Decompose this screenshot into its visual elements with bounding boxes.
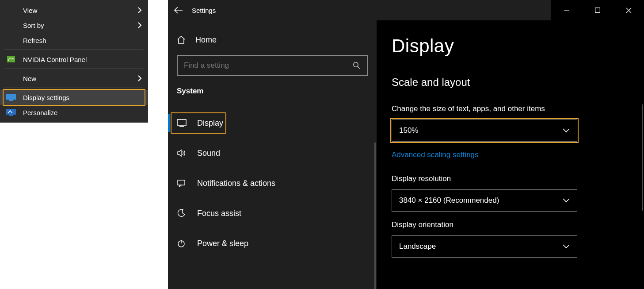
settings-sidebar: Home System Display — [168, 20, 377, 289]
minimize-button[interactable] — [551, 0, 582, 20]
svg-rect-6 — [595, 8, 600, 13]
settings-content: Display Scale and layout Change the size… — [377, 20, 644, 289]
content-scrollbar[interactable] — [642, 104, 643, 211]
ctx-item-label: Refresh — [23, 37, 46, 44]
titlebar: Settings — [168, 0, 644, 20]
ctx-item-refresh[interactable]: Refresh — [0, 33, 148, 48]
sidebar-section-label: System — [168, 87, 377, 103]
sidebar-item-label: Notifications & actions — [197, 179, 275, 188]
svg-line-8 — [358, 66, 360, 69]
sidebar-item-display[interactable]: Display — [168, 111, 377, 135]
resolution-label: Display resolution — [392, 174, 644, 183]
ctx-item-personalize[interactable]: Personalize — [0, 105, 148, 120]
svg-rect-0 — [7, 56, 15, 62]
back-arrow-icon — [174, 7, 183, 14]
sidebar-item-label: Power & sleep — [197, 239, 248, 248]
back-button[interactable] — [168, 0, 189, 20]
nvidia-icon — [6, 56, 16, 63]
home-icon — [177, 35, 192, 44]
ctx-item-nvidia[interactable]: NVIDIA Control Panel — [0, 52, 148, 67]
scale-dropdown[interactable]: 150% — [392, 119, 577, 142]
chevron-down-icon — [563, 128, 570, 133]
maximize-icon — [595, 8, 600, 13]
sidebar-scrollbar[interactable] — [374, 143, 376, 289]
advanced-scaling-link[interactable]: Advanced scaling settings — [392, 150, 644, 159]
scale-label: Change the size of text, apps, and other… — [392, 104, 644, 113]
section-heading: Scale and layout — [392, 76, 644, 89]
ctx-item-view[interactable]: View — [0, 3, 148, 18]
separator — [4, 88, 144, 88]
ctx-item-display-settings[interactable]: Display settings — [0, 90, 148, 105]
ctx-item-sort-by[interactable]: Sort by — [0, 18, 148, 33]
power-icon — [177, 239, 192, 248]
desktop-context-menu: View Sort by Refresh NVIDIA Control Pane… — [0, 0, 148, 123]
resolution-dropdown[interactable]: 3840 × 2160 (Recommended) — [392, 189, 577, 212]
svg-rect-1 — [6, 94, 16, 100]
sidebar-item-power-sleep[interactable]: Power & sleep — [168, 231, 377, 256]
minimize-icon — [564, 8, 569, 13]
chevron-right-icon — [137, 7, 142, 13]
close-icon — [626, 8, 632, 13]
orientation-dropdown[interactable]: Landscape — [392, 235, 577, 258]
ctx-item-label: Personalize — [23, 109, 57, 116]
dropdown-value: 3840 × 2160 (Recommended) — [399, 196, 499, 205]
notifications-icon — [177, 179, 192, 187]
svg-rect-11 — [178, 180, 185, 185]
ctx-item-label: Sort by — [23, 22, 44, 29]
sidebar-home[interactable]: Home — [168, 29, 377, 50]
ctx-item-label: NVIDIA Control Panel — [23, 56, 87, 63]
sound-icon — [177, 149, 192, 157]
ctx-item-label: Display settings — [23, 94, 69, 101]
chevron-right-icon — [137, 22, 142, 28]
settings-window: Settings Home — [168, 0, 644, 289]
personalize-icon — [6, 109, 16, 116]
sidebar-item-label: Sound — [197, 149, 220, 158]
sidebar-item-focus-assist[interactable]: Focus assist — [168, 201, 377, 226]
close-button[interactable] — [613, 0, 644, 20]
dropdown-value: Landscape — [399, 242, 436, 251]
search-wrap — [168, 55, 377, 87]
chevron-down-icon — [563, 244, 570, 249]
settings-body: Home System Display — [168, 20, 644, 289]
svg-point-7 — [354, 62, 358, 67]
search-input[interactable] — [184, 61, 353, 70]
moon-icon — [177, 209, 192, 218]
monitor-icon — [6, 94, 16, 101]
window-controls — [551, 0, 644, 20]
chevron-right-icon — [137, 75, 142, 81]
search-input-box[interactable] — [177, 55, 368, 76]
ctx-item-label: View — [23, 7, 37, 14]
chevron-down-icon — [563, 198, 570, 203]
sidebar-item-notifications[interactable]: Notifications & actions — [168, 171, 377, 196]
search-icon — [353, 62, 361, 69]
maximize-button[interactable] — [582, 0, 613, 20]
svg-rect-2 — [9, 100, 13, 101]
svg-rect-9 — [177, 119, 186, 125]
display-icon — [177, 119, 192, 127]
sidebar-item-sound[interactable]: Sound — [168, 141, 377, 166]
sidebar-item-label: Display — [197, 119, 223, 128]
sidebar-item-label: Home — [195, 35, 217, 45]
ctx-item-label: New — [23, 75, 36, 82]
orientation-label: Display orientation — [392, 220, 644, 229]
sidebar-item-label: Focus assist — [197, 209, 241, 218]
ctx-item-new[interactable]: New — [0, 71, 148, 86]
separator — [4, 50, 144, 50]
svg-rect-4 — [9, 115, 13, 116]
page-title: Display — [392, 35, 644, 57]
dropdown-value: 150% — [399, 126, 418, 135]
window-title: Settings — [192, 7, 216, 14]
separator — [4, 69, 144, 69]
